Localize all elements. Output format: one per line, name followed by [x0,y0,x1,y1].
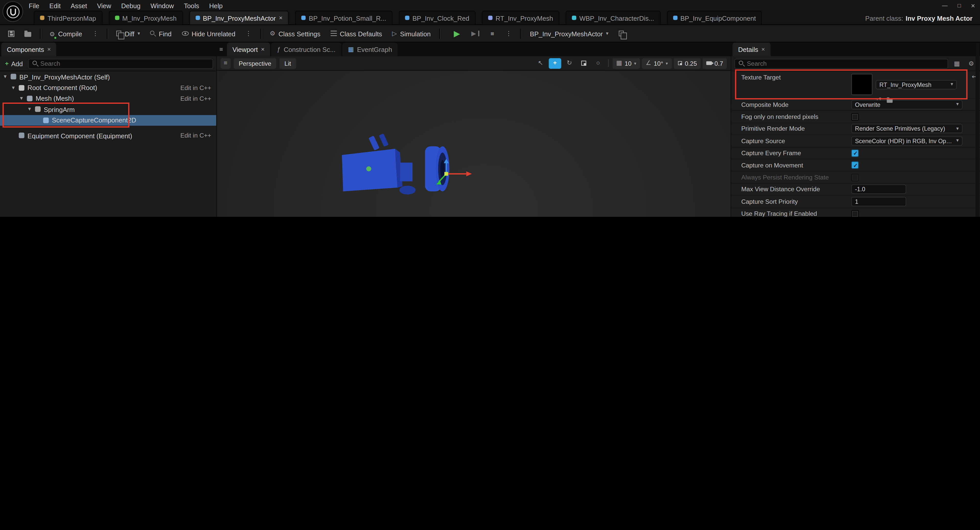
parent-class-link[interactable]: Inv Proxy Mesh Actor [906,14,973,21]
details-search-input[interactable] [747,60,944,67]
details-scrollbar[interactable] [976,42,980,217]
browse-to-asset-button[interactable] [20,27,35,40]
component-row[interactable]: Root Component (Root) Edit in C++ [0,82,216,93]
close-tab-icon[interactable] [279,14,283,21]
compile-button[interactable]: Compile [45,27,87,40]
sidebar-menu-icon[interactable] [219,46,223,53]
property-field[interactable]: 1 [851,197,906,206]
asset-tab[interactable]: RT_Inv_ProxyMesh [482,11,559,24]
expand-arrow-icon[interactable] [4,74,10,80]
details-search[interactable] [734,59,948,69]
expand-arrow-icon[interactable] [28,107,34,112]
debug-object-dropdown[interactable]: BP_Inv_ProxyMeshActor [525,27,613,40]
menu-item[interactable]: Edit [49,2,60,9]
tab-details[interactable]: Details [732,42,770,56]
asset-tab[interactable]: BP_Inv_EquipComponent [667,11,762,24]
stop-button[interactable] [486,27,499,40]
save-asset-button[interactable] [4,27,19,40]
editor-tab[interactable]: Construction Sc... [271,42,341,56]
expand-arrow-icon[interactable] [12,85,18,91]
debug-filter-button[interactable] [614,27,628,40]
close-panel-icon[interactable] [761,46,765,53]
hide-unrelated-options-button[interactable] [241,27,256,40]
menu-item[interactable]: Debug [121,2,140,9]
asset-tab[interactable]: BP_Inv_Clock_Red [399,11,476,24]
component-row[interactable]: BP_Inv_ProxyMeshActor (Self) [0,71,216,82]
property-checkbox[interactable] [851,174,859,181]
editor-tab[interactable]: Viewport [227,42,270,56]
rotation-snap-control[interactable]: 10° [642,58,671,69]
property-checkbox[interactable] [851,149,859,157]
property-checkbox[interactable] [851,113,859,120]
property-dropdown[interactable]: Render Scene Primitives (Legacy) [851,124,963,134]
view-mode-button[interactable]: Lit [280,58,296,69]
texture-thumbnail[interactable] [851,74,872,95]
menu-item[interactable]: Asset [70,2,87,9]
find-button[interactable]: Find [146,27,176,40]
scale-snap-control[interactable]: 0.25 [674,58,701,69]
property-label: Capture Every Frame [731,150,851,156]
menu-item[interactable]: File [29,2,39,9]
component-icon [35,107,41,112]
menu-item[interactable]: View [97,2,111,9]
world-space-toggle[interactable] [592,58,605,69]
camera-speed-control[interactable]: 0.7 [703,58,727,69]
editor-tab[interactable]: EventGraph [342,42,398,56]
menu-item[interactable]: Help [209,2,223,9]
property-checkbox[interactable] [851,161,859,169]
details-settings-button[interactable] [966,59,977,69]
minimize-icon[interactable] [942,2,948,8]
maximize-icon[interactable] [958,2,961,8]
viewport-options-button[interactable] [221,58,231,69]
play-button[interactable] [450,27,465,40]
play-options-button[interactable] [501,27,516,40]
close-panel-icon[interactable] [47,46,51,53]
hide-unrelated-button[interactable]: Hide Unrelated [177,27,240,40]
asset-tab[interactable]: ThirdPersonMap [34,11,102,24]
edit-in-cpp-link[interactable]: Edit in C++ [180,84,212,91]
viewport-3d[interactable]: Y X [217,70,730,217]
class-defaults-button[interactable]: Class Defaults [326,27,387,40]
transform-gizmo[interactable] [433,159,473,199]
browse-to-asset-icon[interactable] [887,99,893,103]
asset-tab[interactable]: BP_Inv_ProxyMeshActor [189,11,289,24]
diff-button[interactable]: Diff [112,27,145,40]
class-settings-button[interactable]: Class Settings [265,27,325,40]
compile-options-button[interactable] [88,27,103,40]
move-tool[interactable] [549,58,561,69]
menu-item[interactable]: Tools [184,2,199,9]
component-row[interactable]: Equipment Component (Equipment) Edit in … [0,130,216,141]
edit-in-cpp-link[interactable]: Edit in C++ [180,132,212,139]
expand-arrow-icon[interactable] [20,96,26,101]
sliders-icon [331,31,337,36]
grid-snap-value: 10 [625,60,632,67]
asset-tab[interactable]: WBP_Inv_CharacterDis... [565,11,660,24]
texture-target-dropdown[interactable]: RT_Inv_ProxyMesh [876,80,957,89]
component-row[interactable]: SpringArm [0,104,216,115]
edit-in-cpp-link[interactable]: Edit in C++ [180,95,212,102]
simulation-button[interactable]: Simulation [388,27,435,40]
perspective-button[interactable]: Perspective [234,58,276,69]
asset-tab[interactable]: BP_Inv_Potion_Small_R... [295,11,393,24]
components-search[interactable] [28,59,213,69]
asset-tab[interactable]: M_Inv_ProxyMesh [108,11,183,24]
menu-item[interactable]: Window [151,2,174,9]
component-row[interactable]: Mesh (Mesh) Edit in C++ [0,93,216,104]
rotate-tool[interactable] [563,58,576,69]
scale-tool[interactable] [578,58,590,69]
close-window-icon[interactable] [971,2,975,9]
components-search-input[interactable] [40,60,209,67]
unreal-logo-icon[interactable] [3,1,23,22]
property-checkbox[interactable] [851,210,859,217]
add-component-button[interactable]: Add [3,60,24,67]
tab-components[interactable]: Components [1,42,56,56]
property-dropdown[interactable]: SceneColor (HDR) in RGB, Inv Opacity in … [851,136,963,146]
component-row[interactable]: SceneCaptureComponent2D [0,115,216,126]
property-dropdown[interactable]: Overwrite [851,100,963,109]
property-field[interactable]: -1.0 [851,185,906,194]
select-tool[interactable] [535,58,547,69]
frame-skip-button[interactable] [467,27,484,40]
grid-snap-control[interactable]: 10 [612,58,640,69]
close-tab-icon[interactable] [261,46,264,53]
property-matrix-button[interactable] [951,59,963,69]
